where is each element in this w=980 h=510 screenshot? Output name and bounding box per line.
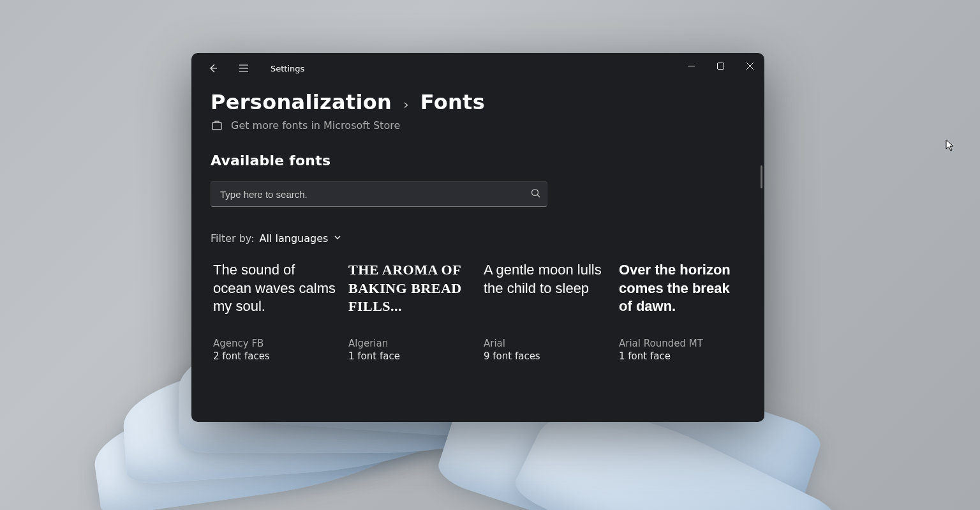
font-card-arial-rounded[interactable]: Over the horizon comes the break of dawn…: [616, 259, 745, 368]
svg-line-9: [538, 195, 540, 197]
chevron-down-icon: [333, 232, 342, 244]
search-input[interactable]: [211, 181, 547, 207]
app-title: Settings: [271, 64, 304, 73]
font-faces: 2 font faces: [213, 350, 337, 362]
filter-dropdown[interactable]: Filter by: All languages: [211, 232, 745, 244]
breadcrumb-parent[interactable]: Personalization: [211, 90, 392, 114]
titlebar: Settings: [191, 53, 764, 84]
font-grid: The sound of ocean waves calms my soul. …: [211, 259, 745, 368]
back-button[interactable]: [203, 58, 223, 79]
font-name: Agency FB: [213, 338, 337, 349]
search-icon: [531, 188, 540, 200]
store-link[interactable]: Get more fonts in Microsoft Store: [211, 119, 745, 131]
breadcrumb: Personalization › Fonts: [211, 90, 745, 114]
font-card-arial[interactable]: A gentle moon lulls the child to sleep A…: [481, 259, 610, 368]
chevron-right-icon: ›: [403, 96, 409, 112]
window-minimize-button[interactable]: [676, 53, 706, 79]
menu-button[interactable]: [234, 58, 254, 79]
font-name: Arial: [484, 338, 607, 349]
font-sample: A gentle moon lulls the child to sleep: [484, 261, 607, 334]
font-name: Algerian: [348, 338, 472, 349]
section-title: Available fonts: [211, 153, 745, 169]
font-faces: 1 font face: [348, 350, 472, 362]
font-faces: 1 font face: [619, 350, 743, 362]
svg-rect-7: [212, 123, 221, 130]
settings-window: Settings Personalization › Fonts Get mor…: [191, 53, 764, 422]
font-name: Arial Rounded MT: [619, 338, 743, 349]
font-card-algerian[interactable]: THE AROMA OF BAKING BREAD FILLS... Alger…: [346, 259, 475, 368]
store-link-label: Get more fonts in Microsoft Store: [231, 119, 400, 131]
window-maximize-button[interactable]: [706, 53, 735, 79]
breadcrumb-current: Fonts: [420, 90, 485, 114]
search-field[interactable]: [220, 189, 531, 200]
scrollbar-thumb[interactable]: [761, 165, 762, 188]
svg-rect-4: [717, 63, 724, 69]
font-card-agency-fb[interactable]: The sound of ocean waves calms my soul. …: [211, 259, 339, 368]
font-sample: Over the horizon comes the break of dawn…: [619, 261, 743, 334]
font-sample: The sound of ocean waves calms my soul.: [213, 261, 337, 334]
font-faces: 9 font faces: [484, 350, 607, 362]
font-sample: THE AROMA OF BAKING BREAD FILLS...: [348, 261, 472, 334]
filter-value: All languages: [260, 232, 329, 244]
filter-label: Filter by:: [211, 232, 255, 244]
store-icon: [211, 119, 223, 131]
svg-point-8: [532, 189, 538, 195]
mouse-cursor-icon: [946, 139, 956, 152]
window-close-button[interactable]: [735, 53, 764, 79]
